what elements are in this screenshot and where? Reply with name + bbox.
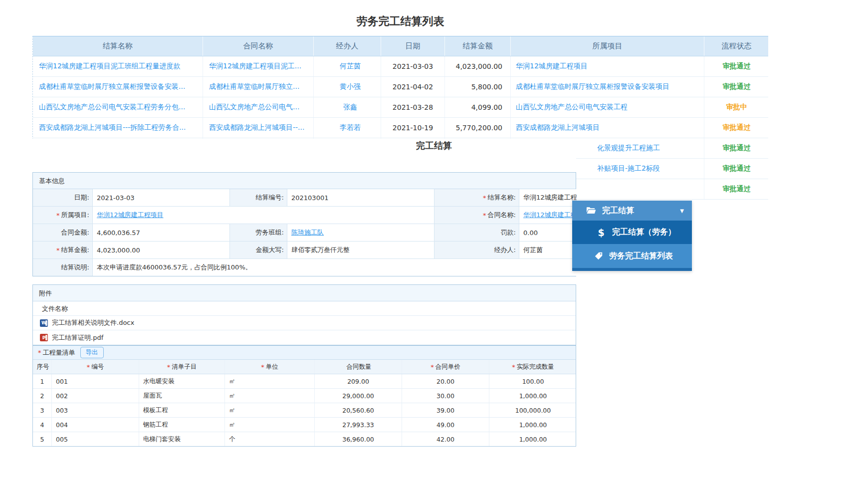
- date-cell: 2021-03-03: [381, 56, 444, 76]
- attachment-file-name[interactable]: 完工结算相关说明文件.docx: [52, 318, 134, 327]
- amount-words-label: 金额大写:: [230, 242, 287, 258]
- menu-item-labor-settlement-list[interactable]: 劳务完工结算列表: [572, 244, 692, 268]
- project-link[interactable]: 山西弘文房地产总公司电气安装工程: [510, 97, 704, 117]
- menu-item-completion-settlement[interactable]: 完工结算 ▼: [572, 201, 692, 221]
- amount-cell: 5,800.00: [444, 77, 510, 97]
- required-mark: *: [483, 212, 486, 219]
- table-row[interactable]: 西安成都路龙湖上河城项目---拆除工程劳务合... 西安成都路龙湖上河城项目--…: [33, 118, 768, 138]
- handler-link[interactable]: 张鑫: [313, 97, 381, 117]
- settlement-form: 完工结算 基本信息 日期: 2021-03-03 结算编号: 202103001…: [32, 139, 576, 446]
- handler-link[interactable]: 李若若: [313, 118, 381, 138]
- boq-unit: ㎡: [225, 374, 315, 388]
- pdf-file-icon: P: [40, 334, 48, 341]
- boq-unit: ㎡: [225, 418, 315, 432]
- boq-unit-price: 42.00: [402, 432, 489, 446]
- status-badge: 审批通过: [704, 56, 769, 76]
- boq-index: 1: [33, 374, 52, 388]
- form-row: *结算金额: 4,023,000.00 金额大写: 肆佰零贰万叁仟元整 经办人:…: [33, 242, 576, 259]
- table-row[interactable]: 成都杜甫草堂临时展厅独立展柜报警设备安装... 成都杜甫草堂临时展厅独立... …: [33, 77, 768, 97]
- menu-item-completion-settlement-labor[interactable]: $ 完工结算（劳务）: [572, 221, 692, 244]
- project-link[interactable]: 华润12城房建工程项目: [510, 56, 704, 76]
- contract-name-link[interactable]: 华润12城房建工程项目泥工...: [203, 56, 313, 76]
- settle-name-value: 华润12城房建工程项目泥工班组工程量进度款: [519, 189, 577, 206]
- boq-row: 5 005 电梯门套安装 个 36,960.00 42.00 1,000.00: [33, 432, 576, 446]
- boq-col-actual-qty: *实际完成数量: [489, 360, 577, 374]
- contract-name-link[interactable]: 成都杜甫草堂临时展厅独立...: [203, 77, 313, 97]
- labor-team-link[interactable]: 陈琦施工队: [291, 228, 324, 237]
- contract-name-link[interactable]: 华润12城房建工程项目泥工班组工程: [523, 211, 577, 220]
- boq-unit-price: 39.00: [402, 403, 489, 417]
- project-link[interactable]: 成都杜甫草堂临时展厅独立展柜报警设备安装项目: [510, 77, 704, 97]
- settle-amount-label: *结算金额:: [33, 242, 93, 258]
- attachment-row[interactable]: W 完工结算相关说明文件.docx: [33, 316, 576, 330]
- boq-col-index: 序号: [33, 360, 52, 374]
- boq-actual-qty: 100,000.00: [489, 403, 577, 417]
- settlement-name-link[interactable]: 成都杜甫草堂临时展厅独立展柜报警设备安装...: [33, 77, 203, 97]
- boq-contract-qty: 209.00: [315, 374, 402, 388]
- amount-cell: 5,770,200.00: [444, 118, 510, 138]
- boq-unit-price: 20.00: [402, 374, 489, 388]
- required-mark: *: [483, 194, 486, 202]
- penalty-label: 罚款:: [434, 224, 519, 241]
- menu-item-label: 劳务完工结算列表: [609, 251, 673, 261]
- amount-cell: 4,099.00: [444, 97, 510, 117]
- boq-col-code: *编号: [52, 360, 139, 374]
- export-button[interactable]: 导出: [80, 347, 104, 358]
- boq-unit: ㎡: [225, 403, 315, 417]
- list-header-row: 结算名称 合同名称 经办人 日期 结算金额 所属项目 流程状态: [33, 36, 768, 56]
- file-name-column-header: 文件名称: [33, 301, 576, 316]
- boq-code: 003: [52, 403, 139, 417]
- boq-code: 005: [52, 432, 139, 446]
- boq-index: 2: [33, 389, 52, 403]
- attachment-file-name[interactable]: 完工结算证明.pdf: [52, 333, 103, 342]
- status-badge: 审批通过: [704, 179, 769, 199]
- dollar-icon: $: [596, 227, 606, 238]
- boq-contract-qty: 20,560.60: [315, 403, 402, 417]
- attachment-row[interactable]: P 完工结算证明.pdf: [33, 330, 576, 345]
- contract-name-value: 华润12城房建工程项目泥工班组工程: [519, 207, 577, 224]
- labor-team-label: 劳务班组:: [230, 224, 287, 241]
- settle-name-label: *结算名称:: [434, 189, 519, 206]
- settlement-name-link[interactable]: 山西弘文房地产总公司电气安装工程劳务分包...: [33, 97, 203, 117]
- form-row: 日期: 2021-03-03 结算编号: 202103001 *结算名称: 华润…: [33, 189, 576, 207]
- status-badge: 审批通过: [704, 118, 769, 138]
- boq-code: 001: [52, 374, 139, 388]
- project-link[interactable]: 华润12城房建工程项目: [97, 211, 164, 220]
- boq-item: 电梯门套安装: [139, 432, 225, 446]
- attachments-section: 附件 文件名称 W 完工结算相关说明文件.docx P 完工结算证明.pdf: [32, 284, 576, 345]
- note-label: 结算说明:: [33, 259, 93, 276]
- menu-bottom-strip: [572, 268, 692, 271]
- boq-row: 3 003 模板工程 ㎡ 20,560.60 39.00 100,000.00: [33, 403, 576, 418]
- boq-title: 工程量清单: [43, 348, 75, 357]
- table-row[interactable]: 山西弘文房地产总公司电气安装工程劳务分包... 山西弘文房地产总公司电气... …: [33, 97, 768, 118]
- project-link[interactable]: 西安成都路龙湖上河城项目: [510, 118, 704, 138]
- note-value: 本次申请进度款4600036.57元，占合同比例100%。: [93, 259, 577, 276]
- handler-link[interactable]: 何芷茵: [313, 56, 381, 76]
- boq-row: 1 001 水电暖安装 ㎡ 209.00 20.00 100.00: [33, 374, 576, 389]
- form-row: 结算说明: 本次申请进度款4600036.57元，占合同比例100%。: [33, 259, 576, 276]
- handler-label: 经办人:: [434, 242, 519, 258]
- contract-name-link[interactable]: 山西弘文房地产总公司电气...: [203, 97, 313, 117]
- date-label: 日期:: [33, 189, 93, 206]
- table-row[interactable]: 华润12城房建工程项目泥工班组工程量进度款 华润12城房建工程项目泥工... 何…: [33, 56, 768, 77]
- boq-row: 4 004 钢筋工程 ㎡ 27,993.33 49.00 1,000.00: [33, 418, 576, 432]
- settlement-name-link[interactable]: 华润12城房建工程项目泥工班组工程量进度款: [33, 56, 203, 76]
- required-mark: *: [56, 212, 60, 219]
- boq-col-item: *清单子目: [139, 360, 225, 374]
- boq-actual-qty: 1,000.00: [489, 418, 577, 432]
- amount-words-value: 肆佰零贰万叁仟元整: [287, 242, 434, 258]
- contract-name-label: *合同名称:: [434, 207, 519, 224]
- boq-col-unit: *单位: [225, 360, 315, 374]
- boq-item: 模板工程: [139, 403, 225, 417]
- date-value: 2021-03-03: [93, 189, 230, 206]
- boq-row: 2 002 屋面瓦 ㎡ 29,000.00 30.00 1,000.00: [33, 389, 576, 403]
- contract-name-link[interactable]: 西安成都路龙湖上河城项目--...: [203, 118, 313, 138]
- boq-contract-qty: 29,000.00: [315, 389, 402, 403]
- handler-link[interactable]: 黄小强: [313, 77, 381, 97]
- chevron-down-icon: ▼: [680, 208, 684, 214]
- boq-unit-price: 30.00: [402, 389, 489, 403]
- boq-contract-qty: 27,993.33: [315, 418, 402, 432]
- settlement-name-link[interactable]: 西安成都路龙湖上河城项目---拆除工程劳务合...: [33, 118, 203, 138]
- menu-item-label: 完工结算（劳务）: [612, 227, 676, 238]
- boq-code: 002: [52, 389, 139, 403]
